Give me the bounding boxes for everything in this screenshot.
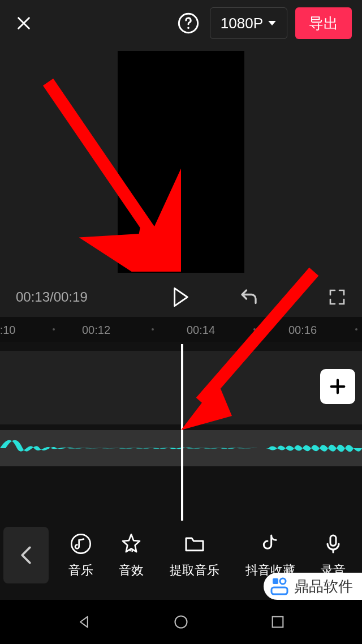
play-icon — [173, 287, 189, 307]
help-button[interactable] — [175, 10, 202, 37]
svg-rect-6 — [273, 578, 278, 584]
tool-extract-music[interactable]: 提取音乐 — [164, 529, 225, 581]
nav-recent-button[interactable] — [265, 609, 290, 634]
undo-icon — [239, 287, 259, 307]
square-recent-icon — [270, 614, 286, 630]
ruler-tick: 0:10 — [0, 324, 15, 337]
tool-back-button[interactable] — [3, 527, 49, 583]
fullscreen-button[interactable] — [326, 286, 348, 308]
tool-sfx[interactable]: 音效 — [113, 529, 149, 581]
watermark-badge: 鼎品软件 — [264, 573, 362, 600]
video-editor-app: 1080P 导出 00:13/00:19 — [0, 0, 362, 644]
ruler-tick: 00:12 — [82, 324, 110, 337]
resolution-dropdown[interactable]: 1080P — [210, 7, 287, 39]
play-controls-bar: 00:13/00:19 — [0, 277, 362, 317]
microphone-icon — [322, 533, 344, 555]
music-icon — [70, 533, 92, 555]
close-icon — [15, 14, 33, 32]
star-icon — [120, 533, 143, 555]
android-nav-bar — [0, 600, 362, 644]
tool-music[interactable]: 音乐 — [63, 529, 99, 581]
douyin-icon — [259, 533, 282, 555]
timeline-playhead[interactable] — [181, 344, 183, 521]
plus-icon — [328, 377, 347, 396]
time-ruler[interactable]: 0:10 00:12 00:14 00:16 — [0, 317, 362, 342]
chevron-down-icon — [268, 19, 277, 28]
nav-back-button[interactable] — [72, 609, 97, 634]
fullscreen-icon — [328, 288, 346, 306]
add-clip-button[interactable] — [320, 369, 355, 404]
svg-rect-8 — [272, 587, 287, 594]
watermark-text: 鼎品软件 — [294, 577, 353, 596]
nav-home-button[interactable] — [169, 609, 193, 634]
svg-rect-3 — [330, 535, 336, 546]
video-frame — [118, 51, 244, 273]
header-bar: 1080P 导出 — [0, 0, 362, 46]
triangle-back-icon — [76, 614, 92, 630]
help-icon — [177, 12, 200, 35]
export-button[interactable]: 导出 — [295, 7, 352, 39]
circle-home-icon — [173, 614, 189, 630]
time-display: 00:13/00:19 — [16, 289, 88, 305]
redo-icon — [283, 287, 303, 307]
video-preview-area[interactable] — [0, 46, 362, 277]
tool-label: 音乐 — [68, 562, 93, 579]
svg-point-4 — [175, 616, 187, 628]
svg-point-1 — [187, 27, 189, 29]
resolution-label: 1080P — [221, 15, 263, 32]
ruler-tick: 00:14 — [187, 324, 215, 337]
undo-button[interactable] — [238, 286, 260, 308]
svg-rect-5 — [273, 617, 283, 628]
play-button[interactable] — [167, 284, 195, 311]
tool-label: 提取音乐 — [170, 562, 219, 579]
svg-point-2 — [71, 534, 90, 553]
timeline-area[interactable]: 0:10 00:12 00:14 00:16 — [0, 317, 362, 521]
folder-icon — [183, 533, 206, 555]
ruler-tick: 00:16 — [288, 324, 317, 337]
redo-button[interactable] — [282, 286, 304, 308]
chevron-left-icon — [20, 546, 32, 565]
svg-point-7 — [280, 578, 286, 584]
tool-label: 音效 — [119, 562, 144, 579]
export-label: 导出 — [309, 14, 338, 33]
watermark-logo-icon — [269, 576, 290, 596]
close-button[interactable] — [10, 10, 37, 37]
